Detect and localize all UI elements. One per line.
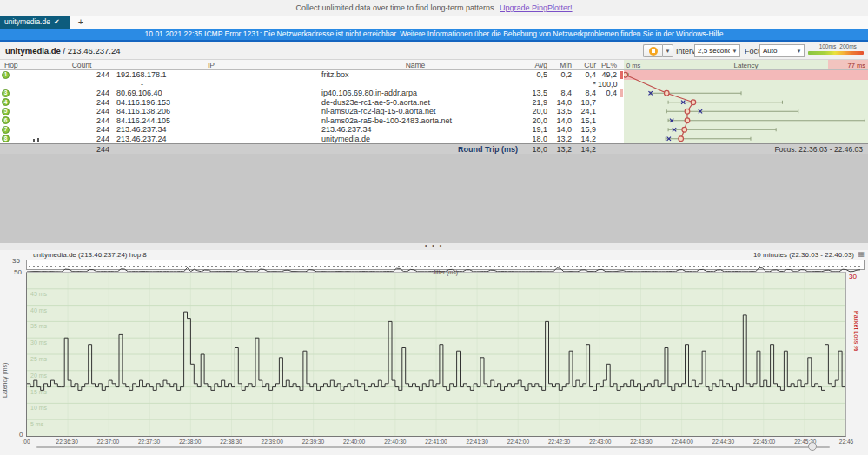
table-row[interactable]: 1244192.168.178.1fritz.box0,50,20,449,2 <box>0 70 624 80</box>
cur-cell: 8,4 <box>573 89 598 97</box>
focus-range-label: Focus: 22:36:03 - 22:46:03 <box>774 145 863 154</box>
pause-dropdown[interactable]: ▼ <box>662 44 673 57</box>
scale-100ms-label: 100ms <box>819 43 837 49</box>
min-cell: 0,2 <box>549 70 573 79</box>
cur-cell: 0,4 <box>573 70 598 79</box>
timeline-range-label: 10 minutes (22:36:03 - 22:46:03) <box>753 251 854 259</box>
svg-text:20 ms: 20 ms <box>30 373 48 379</box>
table-row[interactable]: 524484.116.138.206nl-ams02a-rc2-lag-15-0… <box>0 107 624 116</box>
time-tick-label: 22:41:00 <box>425 439 447 445</box>
column-header-ip[interactable]: IP <box>111 61 311 69</box>
min-cell: 14,0 <box>549 125 573 134</box>
tab-bar: unitymedia.de✔ + <box>0 16 868 29</box>
name-cell: unitymedia.de <box>311 135 520 143</box>
column-header-name[interactable]: Name <box>311 61 520 69</box>
cur-cell: 18,7 <box>573 98 598 107</box>
tab-unitymedia[interactable]: unitymedia.de✔ <box>0 16 70 29</box>
promo-bar: Collect unlimited data over time to find… <box>0 0 868 16</box>
min-cell: 14,0 <box>549 98 573 107</box>
packetloss-axis-max: 30 <box>849 273 857 280</box>
icmp-error-banner: 10.01.2021 22:35 ICMP Error 1231: Die Ne… <box>0 29 868 42</box>
svg-text:25 ms: 25 ms <box>30 356 48 362</box>
target-summary: unitymedia.de / 213.46.237.24 <box>5 46 121 56</box>
name-cell: 213.46.237.34 <box>311 125 520 134</box>
hop-badge: 5 <box>2 108 10 115</box>
table-row[interactable]: 424484.116.196.153de-dus23e-rc1-ae-5-0.a… <box>0 98 624 108</box>
column-header-hop[interactable]: Hop <box>0 61 26 69</box>
table-row[interactable]: 7244213.46.237.34213.46.237.3419,114,015… <box>0 125 624 135</box>
interval-select[interactable]: 2,5 seconds ▼ <box>694 44 740 57</box>
min-cell: 13,2 <box>549 135 573 143</box>
latency-axis-max: 50 <box>14 268 22 276</box>
pause-button[interactable] <box>643 44 662 57</box>
hop-badge: 4 <box>2 98 10 106</box>
hop-badge: 8 <box>2 135 10 142</box>
upgrade-link[interactable]: Upgrade PingPlotter! <box>500 3 573 12</box>
latency-scale-header: 0 ms Latency 77 ms <box>624 59 868 70</box>
column-header-avg[interactable]: Avg <box>520 61 549 69</box>
time-tick-label: 22:44:00 <box>672 439 693 445</box>
hop-latency-svg <box>624 70 868 143</box>
column-header-count[interactable]: Count <box>52 61 111 69</box>
count-cell: 244 <box>52 107 111 115</box>
round-trip-avg: 18,0 <box>520 145 549 154</box>
column-header-cur[interactable]: Cur <box>573 61 598 69</box>
pause-icon <box>649 47 658 56</box>
name-cell: nl-ams02a-ra5-be-100-2483.aorta.net <box>311 116 520 125</box>
ip-cell: 213.46.237.24 <box>111 135 311 143</box>
hop-cell: 7 <box>0 126 26 134</box>
chevron-down-icon: ▼ <box>666 49 671 54</box>
packetloss-axis-label: Packet Loss % <box>853 311 859 393</box>
min-cell: 14,0 <box>549 116 573 125</box>
time-scrollbar-track[interactable] <box>36 446 830 448</box>
time-tick-label: 22:43:30 <box>630 439 652 445</box>
ip-cell: 84.116.244.105 <box>111 116 311 125</box>
timeline-range-icon[interactable]: ▦ <box>858 250 865 258</box>
hop-badge: 1 <box>2 71 10 79</box>
focus-select[interactable]: Auto ▼ <box>759 44 805 57</box>
column-header-min[interactable]: Min <box>549 61 573 69</box>
svg-text:30 ms: 30 ms <box>30 340 48 346</box>
grip-dots-icon: • • • <box>0 243 868 248</box>
tab-label: unitymedia.de <box>4 17 50 26</box>
cur-cell: 14,2 <box>573 135 598 143</box>
hop-cell: 1 <box>0 71 26 79</box>
latency-axis-min: 0 <box>19 431 23 439</box>
time-tick-label: 22:45:00 <box>753 439 775 445</box>
hop-cell: 8 <box>0 135 26 142</box>
avg-cell: 20,0 <box>520 107 549 115</box>
table-row[interactable]: 324480.69.106.40ip40.106.69.80.in-addr.a… <box>0 89 624 98</box>
svg-text:15 ms: 15 ms <box>30 389 48 395</box>
graph-icon <box>33 135 52 142</box>
hop-badge: 6 <box>2 116 10 124</box>
pingplotter-window: Collect unlimited data over time to find… <box>0 0 868 455</box>
column-header-pl[interactable]: PL% <box>598 61 619 69</box>
trace-table-body: 1244192.168.178.1fritz.box0,50,20,449,2-… <box>0 70 624 143</box>
packet-loss-bar <box>620 89 623 97</box>
hop-badge: 3 <box>2 89 10 97</box>
round-trip-footer: 244 Round Trip (ms) 18,0 13,2 14,2 Focus… <box>0 143 868 154</box>
hop-cell: 6 <box>0 116 26 124</box>
time-tick-label: 22:40:30 <box>384 439 406 445</box>
table-row[interactable]: 624484.116.244.105nl-ams02a-ra5-be-100-2… <box>0 116 624 126</box>
avg-cell: 21,9 <box>520 98 549 107</box>
time-tick-label: 22:46 <box>839 439 853 445</box>
time-tick-label: 22:42:00 <box>507 439 529 445</box>
cur-cell: 15,1 <box>573 116 598 125</box>
gradient-bar <box>808 51 864 55</box>
table-row[interactable]: -*100,0 <box>0 80 624 89</box>
latency-timeline-plot[interactable]: 45 ms40 ms35 ms30 ms25 ms20 ms15 ms10 ms… <box>26 272 846 437</box>
table-row[interactable]: 8244213.46.237.24unitymedia.de18,013,214… <box>0 135 624 144</box>
avg-cell: 0,5 <box>520 70 549 79</box>
panel-splitter[interactable]: • • • <box>0 243 868 250</box>
toolbar: unitymedia.de / 213.46.237.24 ▼ Interval… <box>0 42 868 59</box>
new-tab-button[interactable]: + <box>75 16 87 29</box>
svg-text:35 ms: 35 ms <box>30 323 48 329</box>
time-scrollbar-handle[interactable] <box>808 442 817 451</box>
target-ip: 213.46.237.24 <box>68 46 121 56</box>
time-tick-label: 22:37:30 <box>138 439 160 445</box>
ip-cell: 84.116.138.206 <box>111 107 311 115</box>
chevron-down-icon: ▼ <box>730 49 739 54</box>
ip-cell: 84.116.196.153 <box>111 98 311 107</box>
svg-text:45 ms: 45 ms <box>30 291 48 297</box>
